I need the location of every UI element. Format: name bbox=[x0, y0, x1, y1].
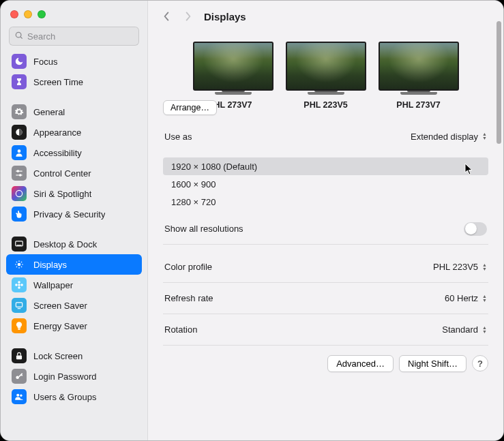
svg-point-11 bbox=[18, 263, 21, 267]
sidebar-item-desktopdock[interactable]: Desktop & Dock bbox=[6, 234, 142, 254]
sidebar-item-label: Appearance bbox=[33, 127, 81, 138]
hand-icon bbox=[12, 207, 27, 222]
stepper-icon: ▲▼ bbox=[482, 294, 487, 303]
appearance-icon bbox=[12, 125, 27, 140]
svg-rect-10 bbox=[17, 245, 22, 245]
sidebar: FocusScreen TimeGeneralAppearanceAccessi… bbox=[1, 1, 148, 440]
bulb-icon bbox=[12, 318, 27, 333]
refresh-rate-value: 60 Hertz bbox=[445, 293, 478, 303]
sidebar-item-accessibility[interactable]: Accessibility bbox=[6, 142, 142, 163]
svg-line-18 bbox=[16, 267, 17, 267]
back-button[interactable] bbox=[160, 10, 173, 22]
stepper-icon: ▲▼ bbox=[482, 326, 487, 334]
svg-point-24 bbox=[20, 284, 23, 286]
svg-line-17 bbox=[21, 267, 22, 267]
advanced-button[interactable]: Advanced… bbox=[327, 355, 394, 372]
svg-point-8 bbox=[16, 190, 22, 196]
help-button[interactable]: ? bbox=[472, 355, 488, 371]
sidebar-item-lockscreen[interactable]: Lock Screen bbox=[6, 346, 142, 366]
svg-point-20 bbox=[18, 284, 20, 286]
svg-line-1 bbox=[20, 37, 23, 39]
sidebar-item-label: Login Password bbox=[33, 371, 97, 382]
page-title: Displays bbox=[204, 11, 246, 22]
scr-icon bbox=[12, 298, 27, 313]
sidebar-item-screentime[interactable]: Screen Time bbox=[6, 72, 142, 92]
minimize-window-button[interactable] bbox=[24, 10, 32, 18]
sidebar-item-general[interactable]: General bbox=[6, 102, 142, 122]
stepper-icon: ▲▼ bbox=[482, 263, 487, 271]
sidebar-item-label: Energy Saver bbox=[33, 321, 87, 331]
search-icon bbox=[14, 31, 24, 40]
person-icon bbox=[12, 145, 27, 160]
flower-icon bbox=[12, 277, 27, 292]
use-as-selector[interactable]: Extended display ▲▼ bbox=[411, 132, 487, 142]
sidebar-item-label: Users & Groups bbox=[33, 392, 96, 402]
arrange-button[interactable]: Arrange… bbox=[163, 100, 217, 115]
sidebar-item-label: Focus bbox=[33, 57, 57, 67]
forward-button[interactable] bbox=[182, 10, 194, 22]
display-settings-panel: Use as Extended display ▲▼ 1920 × 1080 (… bbox=[163, 121, 488, 372]
key-icon bbox=[12, 369, 27, 384]
resolution-option-0[interactable]: 1920 × 1080 (Default) bbox=[163, 157, 488, 175]
svg-point-0 bbox=[16, 32, 21, 37]
sidebar-item-energysaver[interactable]: Energy Saver bbox=[6, 316, 142, 336]
fullscreen-window-button[interactable] bbox=[38, 10, 46, 18]
sidebar-item-usersgroups[interactable]: Users & Groups bbox=[6, 386, 142, 407]
use-as-value: Extended display bbox=[411, 132, 478, 142]
toolbar: Displays bbox=[148, 1, 503, 29]
sidebar-item-label: Displays bbox=[33, 260, 67, 270]
sidebar-item-privacy[interactable]: Privacy & Security bbox=[6, 204, 142, 224]
svg-rect-25 bbox=[16, 303, 22, 307]
sidebar-item-screensaver[interactable]: Screen Saver bbox=[6, 295, 142, 316]
svg-point-22 bbox=[18, 286, 20, 289]
monitor-2[interactable]: PHL 273V7 bbox=[379, 42, 459, 110]
sun-icon bbox=[12, 257, 27, 272]
svg-point-28 bbox=[16, 376, 19, 379]
monitor-1[interactable]: PHL 223V5 bbox=[286, 42, 366, 110]
svg-rect-27 bbox=[16, 355, 22, 359]
scrollbar-thumb[interactable] bbox=[496, 21, 501, 144]
svg-point-30 bbox=[20, 395, 22, 397]
moon-icon bbox=[12, 54, 27, 69]
sidebar-item-siri[interactable]: Siri & Spotlight bbox=[6, 183, 142, 204]
monitor-0[interactable]: HL 273V7 bbox=[193, 42, 273, 110]
color-profile-selector[interactable]: PHL 223V5 ▲▼ bbox=[433, 262, 487, 272]
use-as-row: Use as Extended display ▲▼ bbox=[163, 121, 488, 152]
color-profile-value: PHL 223V5 bbox=[433, 262, 478, 272]
sidebar-nav-list: FocusScreen TimeGeneralAppearanceAccessi… bbox=[1, 51, 147, 412]
rotation-value: Standard bbox=[442, 324, 478, 335]
resolution-option-1[interactable]: 1600 × 900 bbox=[163, 175, 488, 193]
sidebar-item-label: Screen Saver bbox=[33, 301, 87, 311]
night-shift-button[interactable]: Night Shift… bbox=[399, 355, 466, 372]
sidebar-item-label: Accessibility bbox=[33, 148, 82, 158]
resolution-option-2[interactable]: 1280 × 720 bbox=[163, 193, 488, 211]
rotation-label: Rotation bbox=[164, 324, 197, 335]
search-input[interactable] bbox=[9, 27, 139, 46]
main-scrollbar[interactable] bbox=[496, 21, 502, 436]
show-all-toggle[interactable] bbox=[464, 222, 487, 236]
sidebar-item-label: Lock Screen bbox=[33, 351, 83, 361]
stepper-icon: ▲▼ bbox=[482, 132, 487, 140]
sidebar-item-label: Desktop & Dock bbox=[33, 239, 97, 249]
lock-icon bbox=[12, 348, 27, 363]
sidebar-item-wallpaper[interactable]: Wallpaper bbox=[6, 275, 142, 295]
color-profile-row: Color profile PHL 223V5 ▲▼ bbox=[163, 252, 488, 283]
content-scroll[interactable]: Arrange… HL 273V7PHL 223V5PHL 273V7 Use … bbox=[148, 29, 503, 440]
svg-line-16 bbox=[16, 262, 17, 262]
sidebar-item-displays[interactable]: Displays bbox=[6, 254, 142, 275]
refresh-rate-selector[interactable]: 60 Hertz ▲▼ bbox=[445, 293, 487, 303]
svg-point-7 bbox=[20, 174, 21, 176]
sidebar-item-focus[interactable]: Focus bbox=[6, 51, 142, 72]
close-window-button[interactable] bbox=[10, 10, 18, 18]
svg-point-3 bbox=[18, 149, 21, 153]
sidebar-item-loginpassword[interactable]: Login Password bbox=[6, 366, 142, 386]
main-content: Displays Arrange… HL 273V7PHL 223V5PHL 2… bbox=[148, 1, 503, 440]
rotation-selector[interactable]: Standard ▲▼ bbox=[442, 324, 487, 335]
resolution-list: 1920 × 1080 (Default)1600 × 9001280 × 72… bbox=[163, 157, 488, 211]
gear-icon bbox=[12, 104, 27, 119]
sidebar-item-appearance[interactable]: Appearance bbox=[6, 122, 142, 142]
svg-point-29 bbox=[16, 394, 19, 397]
sidebar-item-label: Siri & Spotlight bbox=[33, 189, 91, 199]
sidebar-item-label: Wallpaper bbox=[33, 280, 73, 290]
sidebar-item-controlcenter[interactable]: Control Center bbox=[6, 163, 142, 183]
